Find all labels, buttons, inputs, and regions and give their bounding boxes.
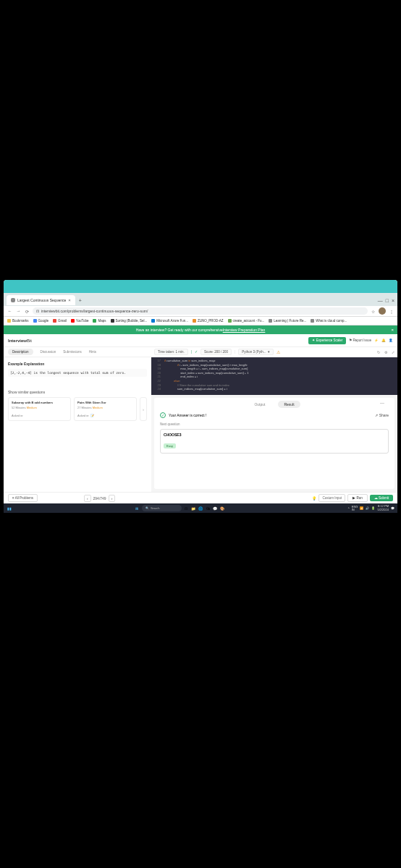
example-text: [2,-2,4,-4] is the longest sequence with… [8, 369, 147, 377]
volume-icon[interactable]: 🔊 [366, 506, 369, 510]
language-dropdown[interactable]: Python 3 (Pyth... ▾ [238, 349, 273, 355]
output-tabs: Output Result — [157, 401, 392, 408]
window-minimize-icon[interactable]: — [378, 298, 383, 303]
page-icon [111, 319, 114, 323]
tab-close-icon[interactable]: × [68, 298, 71, 302]
azure-icon [151, 319, 155, 323]
tab-title: Largest Continuous Sequence [17, 298, 66, 302]
address-bar[interactable]: ⊡ interviewbit.com/problems/largest-cont… [33, 307, 368, 315]
browser-nav-row: ← → ⟳ ⊡ interviewbit.com/problems/larges… [4, 306, 397, 317]
language-indicator[interactable]: ENG IN [352, 506, 358, 511]
minimize-icon[interactable]: — [380, 401, 384, 405]
difficulty-badge: Easy [164, 443, 176, 448]
check-icon: ✓ [160, 412, 166, 418]
chevron-down-icon: ▾ [268, 350, 270, 354]
bookmark-item[interactable]: Microsoft Azure Fun... [151, 319, 188, 323]
task-view-icon[interactable]: ⊡ [184, 506, 189, 511]
streak-icon[interactable]: ⚡ [374, 339, 379, 342]
bookmark-item[interactable]: Bookmarks [7, 319, 29, 323]
bookmark-star-icon[interactable]: ☆ [370, 308, 376, 315]
banner-close-icon[interactable]: × [391, 328, 394, 332]
score-chip: Score: 200 / 200 [200, 349, 232, 355]
next-title: CHOOSE3 [164, 433, 385, 437]
answer-message: Your Answer is correct ! [169, 413, 206, 417]
similar-title: Pairs With Given Xor [77, 401, 133, 404]
run-button[interactable]: ▶ Run [347, 494, 368, 502]
tab-hints[interactable]: Hints [89, 350, 96, 354]
clock[interactable]: 8:12 PM 5/2/2024 [377, 505, 389, 511]
settings-icon[interactable]: ⚙ [384, 350, 387, 354]
all-problems-button[interactable]: ≡ All Problems [8, 494, 38, 502]
similar-card[interactable]: Subarray with B odd numbers 52 Minutes M… [8, 397, 71, 421]
back-icon[interactable]: ← [7, 308, 13, 315]
page-icon [193, 319, 196, 323]
forward-icon[interactable]: → [15, 308, 22, 315]
bookmark-item[interactable]: What is cloud comp... [311, 319, 347, 323]
gmail-icon [53, 319, 56, 323]
browser-menu-icon[interactable]: ⋮ [388, 308, 394, 315]
google-icon [33, 319, 37, 323]
problem-counter: 294/749 [93, 496, 106, 501]
profile-avatar-icon[interactable] [379, 307, 386, 315]
user-menu-icon[interactable]: 👤 [389, 339, 393, 342]
store-icon[interactable]: 🛍 [206, 506, 211, 511]
battery-icon[interactable]: 🔋 [371, 506, 375, 510]
window-close-icon[interactable]: × [392, 298, 394, 303]
hint-icon[interactable]: 💡 [312, 496, 316, 501]
code-editor[interactable]: 17if cumulative_sum in sum_indices_map: … [151, 357, 397, 395]
tab-result[interactable]: Result [278, 401, 300, 408]
similar-card[interactable]: Pairs With Given Xor 27 Minutes Medium A… [74, 397, 137, 421]
app-icon[interactable]: 💬 [213, 506, 218, 511]
share-button[interactable]: ↗ Share [375, 413, 389, 417]
explorer-icon[interactable]: 📁 [191, 506, 196, 511]
bookmark-item[interactable]: Google [33, 319, 49, 323]
tab-discussion[interactable]: Discussion [41, 350, 56, 354]
notification-icon[interactable]: 🔔 [381, 339, 386, 342]
notifications-icon[interactable]: 💬 [391, 506, 394, 510]
bookmark-item[interactable]: Maps [93, 319, 106, 323]
app-header: InterviewBit ✦ Experience Scaler ⚑ Repor… [4, 334, 397, 347]
problem-tabs: Description Discussion Submissions Hints [4, 347, 151, 357]
bookmarks-bar: Bookmarks Google Gmail YouTube Maps Sort… [4, 317, 397, 326]
edge-icon[interactable]: 🌐 [198, 506, 203, 511]
next-question-card[interactable]: CHOOSE3 Easy [160, 429, 389, 454]
report-issue-link[interactable]: ⚑ Report Issue [349, 339, 371, 342]
tab-description[interactable]: Description [8, 349, 33, 355]
prev-problem-button[interactable]: ‹ [84, 495, 91, 502]
editor-header: Time taken: 1 min. | ✓ Score: 200 / 200 … [151, 347, 397, 357]
bookmark-item[interactable]: YouTube [71, 319, 89, 323]
expand-icon[interactable]: ⤢ [392, 350, 394, 354]
tab-submissions[interactable]: Submissions [63, 350, 82, 354]
next-problem-button[interactable]: › [109, 495, 116, 502]
similar-meta: 27 Minutes Medium [77, 406, 133, 409]
reload-icon[interactable]: ⟳ [24, 308, 30, 315]
warning-icon[interactable]: ⚠ [277, 349, 280, 354]
bookmark-item[interactable]: Learning | Future Re... [269, 319, 306, 323]
bookmark-item[interactable]: Sorting (Bubble, Sel... [111, 319, 148, 323]
bookmark-item[interactable]: create_account - Fu... [228, 319, 265, 323]
tab-output[interactable]: Output [248, 401, 271, 408]
submit-button[interactable]: ☁ Submit [370, 495, 393, 501]
wifi-icon[interactable]: 📶 [360, 506, 363, 510]
logo[interactable]: InterviewBit [8, 339, 32, 343]
widgets-icon[interactable]: ▮▮ [7, 506, 12, 511]
new-tab-button[interactable]: + [77, 298, 84, 303]
browser-tab[interactable]: Largest Continuous Sequence × [7, 295, 75, 305]
app-icon[interactable]: 🎨 [220, 506, 225, 511]
bookmark-item[interactable]: ZUNO_PROD-AZ [193, 319, 224, 323]
taskbar-search[interactable]: 🔍 Search [142, 505, 182, 511]
similar-asked: Asked in: [12, 414, 67, 417]
star-icon [7, 319, 11, 323]
window-maximize-icon[interactable]: □ [386, 298, 389, 303]
similar-next-button[interactable]: › [140, 397, 147, 421]
bookmark-item[interactable]: Gmail [53, 319, 67, 323]
site-info-icon[interactable]: ⊡ [36, 309, 39, 313]
experience-scaler-button[interactable]: ✦ Experience Scaler [308, 337, 346, 344]
start-icon[interactable]: ⊞ [135, 506, 140, 511]
tab-favicon [11, 298, 15, 302]
reset-icon[interactable]: ↻ [377, 350, 380, 354]
maps-icon [93, 319, 96, 323]
custom-input-button[interactable]: Custom Input [318, 494, 345, 502]
tray-chevron-icon[interactable]: ^ [348, 506, 350, 510]
banner-link[interactable]: Interview Preparation Plan [223, 328, 266, 332]
